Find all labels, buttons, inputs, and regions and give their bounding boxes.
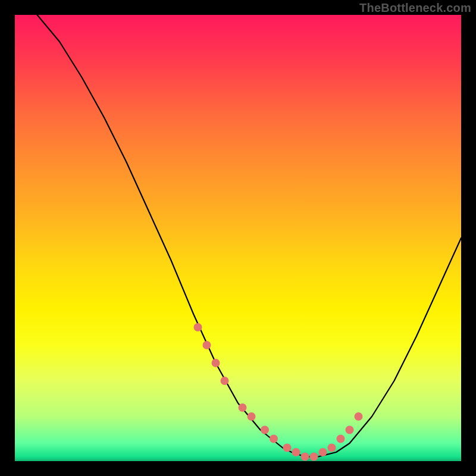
- highlight-dot: [261, 426, 269, 434]
- highlight-dot: [355, 412, 363, 421]
- highlight-dot: [212, 359, 220, 367]
- highlight-dot: [239, 403, 247, 412]
- highlight-dot: [283, 444, 292, 452]
- chart-frame: TheBottleneck.com: [0, 0, 476, 476]
- highlight-dot: [270, 435, 278, 443]
- highlight-dot: [292, 448, 300, 456]
- highlight-dot: [319, 448, 327, 456]
- plot-area: [15, 15, 461, 461]
- highlight-dot: [310, 453, 318, 461]
- bottleneck-curve: [37, 15, 462, 457]
- highlight-dot: [328, 444, 336, 452]
- highlight-dot: [301, 453, 309, 461]
- highlight-dot: [194, 323, 202, 331]
- watermark-text: TheBottleneck.com: [359, 1, 471, 15]
- highlight-dot: [203, 341, 211, 349]
- highlight-dot: [346, 426, 354, 434]
- curve-layer: [15, 15, 461, 461]
- highlight-dot: [248, 412, 256, 421]
- highlight-dot: [337, 435, 345, 443]
- highlight-dot: [221, 377, 229, 385]
